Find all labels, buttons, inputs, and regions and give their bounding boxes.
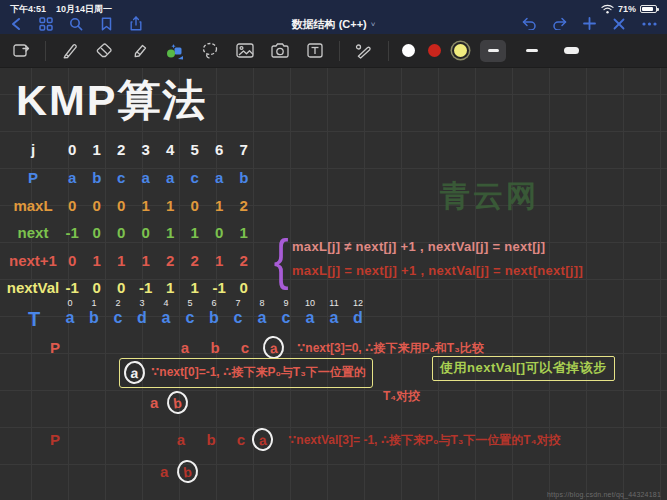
t-letter: a <box>250 309 274 327</box>
toolbar-divider <box>388 41 389 61</box>
table-row-nextval: nextVal -100-111-10 <box>6 279 256 296</box>
table-cell: 0 <box>85 279 110 296</box>
row-label: next <box>6 224 60 241</box>
match2-letters: abc <box>166 431 256 448</box>
shapes-icon[interactable] <box>164 40 186 62</box>
text-icon[interactable] <box>304 40 326 62</box>
table-cell: 1 <box>207 197 232 214</box>
table-cell: 0 <box>109 224 134 241</box>
bookmark-icon[interactable] <box>98 16 114 32</box>
p-letter: a <box>150 394 158 411</box>
redo-icon[interactable] <box>551 16 567 32</box>
table-row-next-plus-1: next+1 01112212 <box>6 252 256 269</box>
match1b-circled-letter: a <box>123 360 146 384</box>
row-label: next+1 <box>6 252 60 269</box>
note-canvas[interactable]: KMP算法 j 01234567 P abcaacab maxL 0001101… <box>0 68 667 500</box>
status-time: 下午4:51 <box>10 4 46 14</box>
table-cell: 2 <box>158 252 183 269</box>
eraser-icon[interactable] <box>94 40 116 62</box>
table-cell: 2 <box>232 197 257 214</box>
ink-color-red[interactable] <box>428 44 441 57</box>
ink-color-white[interactable] <box>402 44 415 57</box>
table-cell: 1 <box>232 224 257 241</box>
p-letter: a <box>166 431 196 448</box>
laser-pointer-icon[interactable] <box>353 40 375 62</box>
table-cell: 2 <box>183 252 208 269</box>
table-cell: 0 <box>85 224 110 241</box>
t-letter: c <box>226 309 250 327</box>
p-letter: a <box>170 339 200 356</box>
table-cell: 1 <box>158 224 183 241</box>
table-cell: 6 <box>207 141 232 158</box>
stroke-width-medium[interactable] <box>519 40 545 62</box>
document-title[interactable]: 数据结构 (C++) ˅ <box>292 17 376 32</box>
more-icon[interactable] <box>641 16 657 32</box>
circled-letter: b <box>166 390 189 415</box>
table-cell: 1 <box>85 252 110 269</box>
document-title-text: 数据结构 (C++) <box>292 17 367 32</box>
row-label: nextVal <box>6 279 60 296</box>
match2-sub-letters: a b <box>160 460 198 483</box>
add-page-icon[interactable] <box>581 16 597 32</box>
table-row-next: next -10001101 <box>6 224 256 241</box>
table-cell: a <box>158 169 183 186</box>
t-index: 12 <box>346 298 370 308</box>
p-letter: a <box>160 463 168 480</box>
table-cell: 3 <box>134 141 159 158</box>
back-icon[interactable] <box>8 16 24 32</box>
search-icon[interactable] <box>68 16 84 32</box>
t-index: 8 <box>250 298 274 308</box>
toolbar-divider <box>45 41 46 61</box>
t-index: 10 <box>298 298 322 308</box>
table-cell: c <box>183 169 208 186</box>
table-cell: a <box>60 169 85 186</box>
page-title: KMP算法 <box>16 72 208 130</box>
highlighter-icon[interactable] <box>129 40 151 62</box>
table-row-p: P abcaacab <box>6 169 256 186</box>
table-cell: -1 <box>207 279 232 296</box>
table-cell: 0 <box>109 279 134 296</box>
drawing-toolbar <box>0 34 667 68</box>
table-cell: -1 <box>60 279 85 296</box>
stroke-width-thin[interactable] <box>480 40 506 62</box>
table-cell: a <box>207 169 232 186</box>
table-cell: 0 <box>85 197 110 214</box>
image-icon[interactable] <box>234 40 256 62</box>
t-letter: a <box>322 309 346 327</box>
table-cell: 0 <box>207 224 232 241</box>
table-cell: 1 <box>158 279 183 296</box>
lasso-icon[interactable] <box>199 40 221 62</box>
row-label: maxL <box>6 197 60 214</box>
table-cell: 1 <box>158 197 183 214</box>
table-cell: 1 <box>207 252 232 269</box>
ink-color-yellow[interactable] <box>454 44 467 57</box>
match2-circled-letter: a <box>252 428 273 451</box>
camera-icon[interactable] <box>269 40 291 62</box>
match1-letters: abc <box>170 339 260 356</box>
t-row-label: T <box>28 308 40 331</box>
t-index: 6 <box>202 298 226 308</box>
table-cell: 4 <box>158 141 183 158</box>
t-row-indices: 0123456789101112 <box>58 298 370 308</box>
table-cell: 1 <box>183 279 208 296</box>
match1b-yellow-box: a ∵next[0]=-1, ∴接下来P₀与T₃下一位置的 <box>119 358 373 388</box>
grid-view-icon[interactable] <box>38 16 54 32</box>
stroke-width-thick[interactable] <box>558 40 584 62</box>
share-icon[interactable] <box>128 16 144 32</box>
undo-icon[interactable] <box>521 16 537 32</box>
t-letter: a <box>154 309 178 327</box>
match1b-note2: T₄对挍 <box>383 388 420 405</box>
t-letter: c <box>274 309 298 327</box>
source-url: https://blog.csdn.net/qq_44324181 <box>547 491 661 498</box>
p-letter: b <box>200 339 230 356</box>
t-letter: d <box>130 309 154 327</box>
match2-note: ∵nextVal[3]= -1, ∴接下来P₀与T₃下一位置的T₄对挍 <box>288 432 560 449</box>
t-row-letters: abcdacbcacaad <box>58 309 370 327</box>
page-template-icon[interactable] <box>10 40 32 62</box>
pen-icon[interactable] <box>59 40 81 62</box>
close-icon[interactable] <box>611 16 627 32</box>
chevron-down-icon: ˅ <box>371 20 376 29</box>
row-label: P <box>6 169 60 186</box>
table-cell: 0 <box>60 197 85 214</box>
t-letter: c <box>106 309 130 327</box>
